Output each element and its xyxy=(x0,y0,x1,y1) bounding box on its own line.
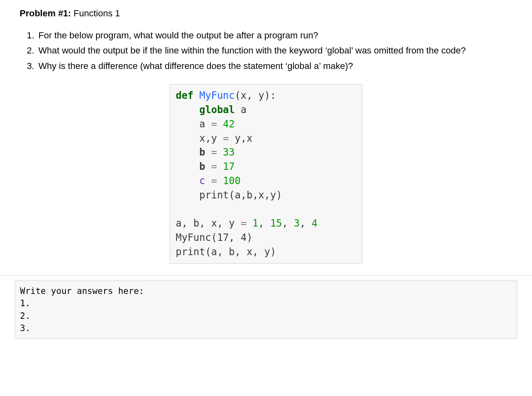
assign-b2-lhs: b xyxy=(199,161,211,172)
print-inner: print xyxy=(199,189,229,201)
page: Problem #1: Functions 1 For the below pr… xyxy=(0,0,532,339)
call-args: (17, 4) xyxy=(211,232,253,243)
question-1: For the below program, what would the ou… xyxy=(37,28,512,43)
num-42: 42 xyxy=(217,118,235,130)
print-inner-args: (a,b,x,y) xyxy=(229,189,282,201)
print-outer: print xyxy=(176,246,205,258)
problem-content: Problem #1: Functions 1 For the below pr… xyxy=(0,0,532,264)
num-4: 4 xyxy=(306,218,317,229)
code-block: def MyFunc(x, y): global a a = 42 x,y = … xyxy=(170,84,362,264)
num-17: 17 xyxy=(217,161,235,172)
problem-label-bold: Problem #1: xyxy=(20,8,71,18)
keyword-def: def xyxy=(176,90,193,101)
problem-heading: Problem #1: Functions 1 xyxy=(20,8,512,19)
answer-line-1: 1. xyxy=(20,298,30,308)
call-name: MyFunc xyxy=(176,232,211,243)
num-1: 1 xyxy=(246,218,258,229)
answer-area[interactable]: Write your answers here: 1. 2. 3. xyxy=(15,280,517,339)
problem-label-rest: Functions 1 xyxy=(71,8,120,18)
num-3: 3 xyxy=(288,218,300,229)
answer-line-3: 3. xyxy=(20,323,30,333)
eq-1: = xyxy=(211,118,217,130)
eq-2: = xyxy=(223,133,229,144)
question-3: Why is there a difference (what differen… xyxy=(37,58,512,73)
num-100: 100 xyxy=(217,175,241,187)
num-15: 15 xyxy=(264,218,282,229)
answer-heading: Write your answers here: xyxy=(20,286,144,296)
print-outer-args: (a, b, x, y) xyxy=(205,246,276,258)
eq-5: = xyxy=(211,175,217,187)
swap-rhs: y,x xyxy=(229,133,253,144)
answer-area-wrap: Write your answers here: 1. 2. 3. xyxy=(0,276,532,339)
tuple-lhs: a, b, x, y xyxy=(176,218,241,229)
num-33: 33 xyxy=(217,147,235,158)
function-name: MyFunc xyxy=(199,90,235,101)
assign-a-lhs: a xyxy=(199,118,211,130)
assign-b1-lhs: b xyxy=(199,147,211,158)
comma-2: , xyxy=(282,218,288,229)
swap-lhs: x,y xyxy=(199,133,223,144)
comma-3: , xyxy=(300,218,305,229)
eq-6: = xyxy=(241,218,246,229)
answer-line-2: 2. xyxy=(20,311,30,321)
comma-1: , xyxy=(258,218,264,229)
function-params: (x, y): xyxy=(235,90,276,101)
question-list: For the below program, what would the ou… xyxy=(20,28,512,73)
question-2: What would the output be if the line wit… xyxy=(37,43,512,58)
eq-4: = xyxy=(211,161,217,172)
keyword-global: global xyxy=(199,104,235,116)
assign-c-lhs: c xyxy=(199,175,211,187)
global-var: a xyxy=(235,104,247,116)
eq-3: = xyxy=(211,147,217,158)
